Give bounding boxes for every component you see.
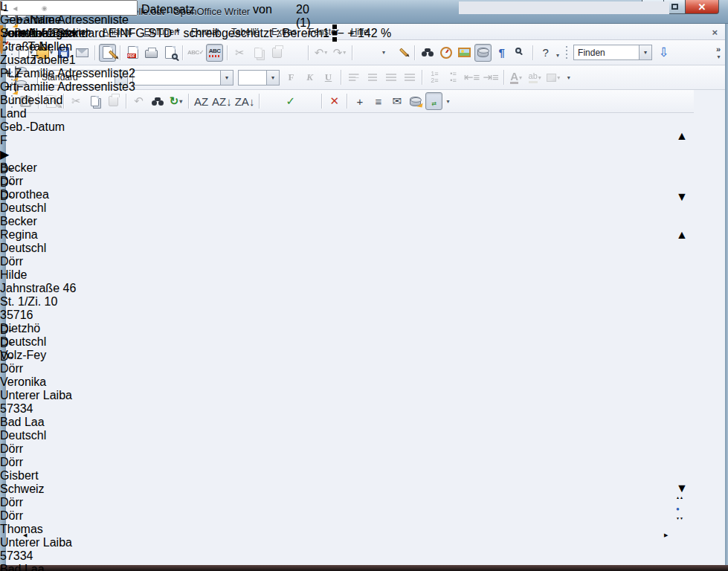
record-of-label: von (253, 3, 272, 16)
close-icon: ✕ (698, 1, 706, 13)
double-arrow-up-icon: ▲▲ (676, 495, 683, 500)
arrow-up-icon: ▲ (676, 228, 688, 241)
country-postal-line[interactable]: D- (0, 323, 669, 337)
double-arrow-down-icon: ▼▼ (676, 516, 683, 520)
table-cell[interactable]: Dörr (0, 456, 76, 469)
record-navigation-bar: Datensatz von 20 (1) ❘◀ ◀ ▶ ▶❘ ◉ ◀ ▶ (0, 0, 62, 13)
table-cell[interactable]: Dörr (0, 442, 76, 456)
close-document-icon[interactable]: × (712, 27, 718, 38)
zoom-in-icon[interactable]: + (347, 27, 354, 39)
scroll-down-button[interactable]: ▼ (676, 482, 686, 493)
country-postal-line[interactable]: D- (0, 190, 669, 203)
empty-field-bar[interactable] (0, 203, 669, 243)
country-postal-line[interactable]: D- (0, 163, 669, 176)
table-cell[interactable]: 57334 (0, 402, 76, 416)
selection-mode-indicator[interactable]: STD (148, 27, 172, 39)
table-cell[interactable]: Bad Laa (0, 416, 76, 429)
tab-stop-selector[interactable]: L (0, 0, 7, 13)
insert-mode-indicator[interactable]: EINFG (109, 27, 145, 39)
table-cell[interactable]: Deutschl (0, 429, 76, 442)
grid-horizontal-scrollbar[interactable] (459, 1, 669, 14)
zoom-out-icon[interactable]: − (337, 27, 344, 39)
record-number-input[interactable] (0, 0, 138, 16)
grid-vertical-scrollbar[interactable]: ▲ ▼ (675, 113, 688, 207)
close-button[interactable]: ✕ (685, 0, 719, 14)
restore-icon (671, 4, 678, 10)
arrow-down-icon: ▼ (676, 482, 688, 494)
table-cell[interactable]: Bad Laa (0, 563, 76, 571)
window-border-bottom (0, 565, 728, 571)
toolbar-overflow-icon[interactable]: » (716, 45, 721, 54)
empty-field-bar[interactable] (0, 122, 669, 163)
record-label: Datensatz (141, 3, 195, 16)
navigation-dot-icon: ● (676, 506, 680, 512)
scroll-right-button[interactable]: ▶ (664, 532, 674, 542)
scrollbar-thumb[interactable] (676, 245, 686, 312)
arrow-left-icon: ◀ (23, 532, 27, 538)
window-border-right (725, 24, 728, 567)
country-postal-line[interactable]: D- (0, 350, 669, 364)
table-cell[interactable]: Dörr (0, 509, 76, 523)
next-page-button[interactable]: ▼▼ (676, 516, 686, 526)
application-window: Familie Adressenliste Tabelle.odt - Open… (0, 0, 728, 571)
document-horizontal-scrollbar[interactable]: ◀ ▶ (22, 532, 675, 543)
document-page[interactable]: Dorothea Becker D- D- D- D- D- D- (0, 27, 669, 364)
navigate-by-button[interactable]: ● (676, 506, 686, 516)
table-cell[interactable]: Veronika (0, 375, 76, 389)
record-count: 20 (1) (296, 3, 311, 30)
toolbar-overflow-dropdown[interactable]: ▾ (717, 54, 720, 60)
scrollbar-thumb[interactable] (463, 1, 558, 13)
page-style-indicator[interactable]: Standard (57, 27, 106, 39)
scrollbar-thumb[interactable] (34, 532, 467, 542)
table-cell[interactable]: Dörr (0, 496, 76, 509)
empty-field-bar[interactable] (0, 283, 669, 323)
previous-record-icon: ◀ (13, 5, 17, 12)
scroll-up-button[interactable]: ▲ (676, 129, 686, 141)
compass-icon (0, 39, 3, 54)
table-cell[interactable]: Schweiz (0, 483, 76, 496)
previous-record-button[interactable]: ◀ (13, 5, 17, 12)
empty-field-bar[interactable] (0, 243, 669, 283)
table-cell[interactable]: Gisbert (0, 469, 76, 483)
zoom-level-indicator[interactable]: 142 % (358, 27, 391, 39)
arrow-up-icon: ▲ (676, 129, 688, 142)
sidebar-tab-navigator[interactable] (0, 40, 3, 54)
scroll-left-button[interactable]: ◀ (23, 532, 33, 542)
empty-field-bar[interactable] (0, 81, 669, 122)
scroll-down-button[interactable]: ▼ (676, 190, 686, 201)
document-canvas[interactable]: Dorothea Becker D- D- D- D- D- D- (0, 27, 669, 364)
table-cell[interactable]: Dörr (0, 362, 76, 375)
table-cell[interactable]: 57334 (0, 549, 76, 563)
modified-indicator[interactable]: * (175, 27, 180, 39)
table-cell[interactable]: Unterer Laiba (0, 389, 76, 402)
arrow-down-icon: ▼ (676, 190, 688, 203)
status-bar: Seite 1 / 1 Standard EINFG STD * schreib… (0, 27, 391, 40)
empty-field-bar[interactable] (0, 40, 669, 81)
scroll-up-button[interactable]: ▲ (676, 228, 686, 239)
new-record-button[interactable]: ◉ (42, 4, 48, 12)
country-postal-line[interactable]: D- (0, 176, 669, 190)
previous-page-button[interactable]: ▲▲ (676, 495, 686, 506)
table-row: Dörr Dörr Gisbert Schweiz (0, 442, 76, 496)
scrollbar-thumb[interactable] (676, 142, 686, 167)
new-record-icon: ◉ (42, 4, 48, 12)
page-indicator[interactable]: Seite 1 / 1 (0, 27, 54, 39)
tab-type-icon: L (0, 0, 7, 13)
document-vertical-scrollbar[interactable]: ▲ ▼ ▲▲ ● ▼▼ (675, 228, 688, 543)
country-postal-line[interactable]: D- (0, 337, 669, 350)
arrow-right-icon: ▶ (664, 532, 668, 538)
section-indicator[interactable]: schreibgeschützt : Bereich1 (183, 27, 329, 39)
